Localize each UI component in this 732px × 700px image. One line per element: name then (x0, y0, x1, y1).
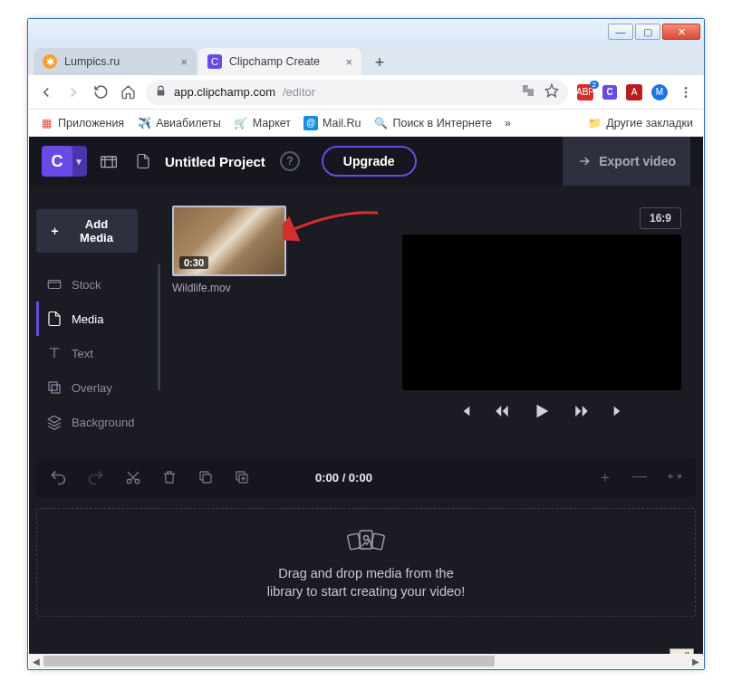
bookmark-overflow[interactable]: » (505, 117, 511, 129)
svg-point-0 (685, 87, 688, 90)
file-icon[interactable] (130, 149, 156, 174)
clipchamp-app: C ▼ Untitled Project ? Upgrade Export vi… (29, 137, 703, 668)
bookmark-avia[interactable]: ✈️ Авиабилеты (137, 116, 221, 130)
annotation-arrow (283, 206, 382, 242)
app-topbar: C ▼ Untitled Project ? Upgrade Export vi… (29, 137, 703, 186)
fit-icon[interactable] (667, 468, 683, 487)
scroll-thumb[interactable] (43, 656, 495, 666)
timeline-time: 0:00 / 0:00 (315, 471, 372, 484)
app-menu-caret[interactable]: ▼ (71, 146, 87, 177)
app-logo[interactable]: C (42, 146, 72, 177)
plane-icon: ✈️ (137, 116, 151, 130)
translate-icon[interactable] (521, 83, 535, 101)
svg-point-7 (127, 479, 131, 484)
forward-button[interactable] (64, 83, 82, 101)
playback-controls (402, 401, 681, 421)
tab-clipchamp[interactable]: C Clipchamp Create × (198, 48, 361, 75)
cut-icon[interactable] (125, 469, 141, 485)
svg-rect-9 (203, 475, 211, 483)
undo-icon[interactable] (49, 468, 67, 486)
add-media-button[interactable]: ＋ Add Media (36, 209, 138, 253)
window-titlebar: — ▢ ✕ (28, 19, 704, 44)
bookmark-market[interactable]: 🛒 Маркет (234, 116, 291, 130)
svg-rect-3 (101, 157, 117, 168)
sidebar-item-overlay[interactable]: Overlay (36, 370, 154, 405)
window-close-button[interactable]: ✕ (662, 24, 700, 40)
url-host: app.clipchamp.com (174, 85, 275, 99)
back-button[interactable] (37, 83, 55, 101)
ext-pdf-icon[interactable]: A (626, 84, 642, 101)
profile-avatar[interactable]: M (651, 84, 668, 101)
tab-lumpics[interactable]: ✱ Lumpics.ru × (34, 48, 197, 75)
text-icon (46, 345, 63, 361)
url-path: /editor (283, 85, 315, 99)
sidebar-item-stock[interactable]: Stock (36, 267, 154, 302)
export-button[interactable]: Export video (563, 137, 690, 186)
plus-icon: ＋ (49, 223, 61, 239)
svg-point-2 (685, 95, 688, 98)
media-thumbnail[interactable]: 0:30 Wildlife.mov (172, 206, 286, 294)
address-bar-row: app.clipchamp.com/editor ABP C A M (28, 75, 704, 110)
horizontal-scrollbar[interactable]: ◀ ▶ (29, 654, 703, 668)
new-tab-button[interactable]: + (367, 50, 392, 75)
video-library-icon[interactable] (96, 149, 121, 174)
sidebar: ＋ Add Media Stock Media Text (36, 209, 154, 439)
sidebar-item-text[interactable]: Text (36, 336, 154, 370)
sidebar-item-background[interactable]: Background (36, 405, 154, 439)
thumbnail-image: 0:30 (172, 206, 286, 276)
delete-icon[interactable] (161, 469, 178, 485)
bookmark-mail[interactable]: @ Mail.Ru (303, 116, 361, 130)
thumbnail-duration: 0:30 (179, 256, 208, 269)
skip-end-icon[interactable] (612, 404, 626, 418)
preview-canvas[interactable] (402, 235, 681, 390)
timeline-toolbar: 0:00 / 0:00 ＋ — (36, 457, 696, 497)
bookmark-apps[interactable]: ▦ Приложения (39, 116, 124, 130)
fast-forward-icon[interactable] (573, 403, 590, 419)
bookmark-search[interactable]: 🔍 Поиск в Интернете (373, 116, 492, 130)
bookmark-other[interactable]: 📁 Другие закладки (587, 116, 693, 130)
apps-icon: ▦ (39, 116, 53, 130)
timeline-drop-area[interactable]: Drag and drop media from the library to … (36, 508, 696, 617)
drop-icon (342, 526, 390, 557)
drop-hint-line1: Drag and drop media from the (278, 566, 453, 580)
star-icon[interactable] (544, 83, 559, 101)
home-button[interactable] (119, 83, 137, 101)
play-icon[interactable] (532, 401, 552, 421)
window-minimize-button[interactable]: — (608, 24, 633, 40)
window-maximize-button[interactable]: ▢ (635, 24, 660, 40)
copy-icon[interactable] (197, 469, 214, 485)
svg-point-14 (364, 536, 369, 541)
project-title[interactable]: Untitled Project (165, 154, 265, 169)
ext-clipchamp-icon[interactable]: C (602, 85, 617, 100)
close-tab-icon[interactable]: × (345, 55, 352, 69)
browser-tabs-row: ✱ Lumpics.ru × C Clipchamp Create × + (28, 44, 704, 75)
aspect-ratio-button[interactable]: 16:9 (640, 207, 681, 229)
browser-window: — ▢ ✕ ✱ Lumpics.ru × C Clipchamp Create … (27, 18, 705, 670)
sidebar-scrollbar[interactable] (158, 264, 160, 390)
zoom-out-icon[interactable]: — (632, 468, 647, 487)
scroll-left-icon[interactable]: ◀ (29, 654, 43, 668)
favicon-lumpics: ✱ (43, 54, 57, 69)
close-tab-icon[interactable]: × (180, 55, 188, 69)
svg-rect-6 (52, 385, 60, 393)
ext-adblock-icon[interactable]: ABP (577, 84, 593, 101)
redo-icon[interactable] (87, 468, 105, 486)
scroll-track[interactable] (43, 654, 689, 668)
overlay-icon (46, 379, 63, 396)
drop-hint-line2: library to start creating your video! (267, 584, 465, 599)
reload-button[interactable] (92, 83, 110, 101)
file-icon (46, 311, 63, 327)
sidebar-item-media[interactable]: Media (36, 302, 154, 336)
scroll-right-icon[interactable]: ▶ (689, 654, 703, 668)
url-input[interactable]: app.clipchamp.com/editor (146, 80, 568, 105)
duplicate-icon[interactable] (234, 469, 250, 485)
rewind-icon[interactable] (494, 403, 510, 419)
tab-title: Clipchamp Create (229, 55, 320, 68)
stock-icon (46, 276, 63, 292)
help-icon[interactable]: ? (280, 151, 300, 171)
extensions-row: ABP C A M (577, 83, 695, 101)
zoom-in-icon[interactable]: ＋ (598, 468, 612, 487)
browser-menu-icon[interactable] (677, 83, 695, 101)
upgrade-button[interactable]: Upgrade (322, 146, 417, 177)
skip-start-icon[interactable] (458, 404, 472, 418)
